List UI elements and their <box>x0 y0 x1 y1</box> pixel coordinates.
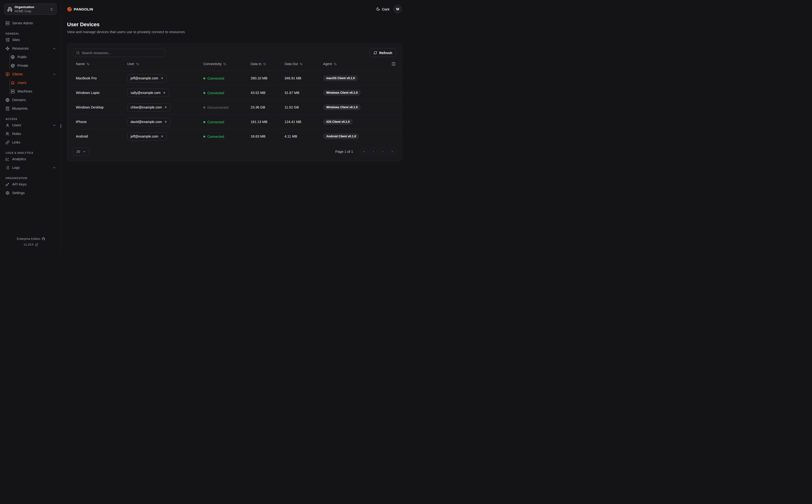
sidebar-item-roles[interactable]: Roles <box>4 129 57 138</box>
status-label: Connected <box>208 120 224 124</box>
sidebar-item-label: Sites <box>12 38 20 42</box>
sidebar-item-label: Domains <box>12 98 26 102</box>
brand[interactable]: PANGOLIN <box>67 7 93 12</box>
chevron-right-icon <box>381 150 385 153</box>
last-page-button[interactable] <box>389 148 396 155</box>
sidebar-item-label: Links <box>12 140 20 144</box>
user-link-button[interactable]: sally@example.com <box>127 89 169 97</box>
org-selector[interactable]: Organization ACME Corp. <box>4 4 57 15</box>
moon-icon <box>376 7 380 11</box>
chevrons-right-icon <box>391 150 394 153</box>
user-link-button[interactable]: chloe@example.com <box>127 103 170 112</box>
column-header-data-out[interactable]: Data Out <box>282 62 320 66</box>
search-input[interactable] <box>82 51 162 55</box>
user-email: jeff@example.com <box>130 76 158 80</box>
sidebar-item-public[interactable]: Public <box>4 53 57 61</box>
status-dot <box>204 121 205 123</box>
avatar[interactable]: M <box>393 5 402 13</box>
section-label-organization: ORGANIZATION <box>4 177 57 180</box>
sidebar-item-clients[interactable]: Clients <box>4 70 57 78</box>
sidebar-item-logs[interactable]: Logs <box>4 163 57 172</box>
column-label: Agent <box>323 62 332 66</box>
previous-page-button[interactable] <box>370 148 377 155</box>
sidebar-item-resources[interactable]: Resources <box>4 44 57 53</box>
edition-label: Enterprise Edition <box>17 237 40 241</box>
agent-badge: iOS Client v0.1.0 <box>323 119 353 125</box>
sort-icon <box>86 62 89 66</box>
main-content: PANGOLIN Dark M User Devices View and ma… <box>61 0 406 252</box>
status-dot <box>204 77 205 79</box>
page-title: User Devices <box>67 21 402 28</box>
sidebar-item-clients-users[interactable]: Users <box>4 78 57 87</box>
user-link-button[interactable]: jeff@example.com <box>127 74 167 82</box>
data-in-value: 23.36 GB <box>248 105 282 109</box>
version-line[interactable]: v1.13.0 <box>24 243 38 246</box>
data-out-value: 124.41 MB <box>282 120 320 124</box>
chevron-down-icon <box>52 123 56 127</box>
sort-icon <box>223 62 226 66</box>
data-in-value: 181.13 MB <box>248 120 282 124</box>
sort-icon <box>334 62 337 66</box>
next-page-button[interactable] <box>379 148 386 155</box>
theme-toggle[interactable]: Dark <box>376 7 390 11</box>
sidebar-item-label: Blueprints <box>12 107 27 110</box>
receipt-icon <box>5 107 10 111</box>
sidebar-item-private[interactable]: Private <box>4 61 57 70</box>
sidebar-item-analytics[interactable]: Analytics <box>4 155 57 163</box>
status-badge: Connected <box>204 120 224 124</box>
column-header-user[interactable]: User <box>124 62 200 66</box>
column-header-agent[interactable]: Agent <box>320 62 396 66</box>
sidebar-item-label: Logs <box>12 166 20 170</box>
sidebar-item-users[interactable]: Users <box>4 121 57 129</box>
page-size-select[interactable]: 20 <box>73 147 89 156</box>
sort-icon <box>300 62 303 66</box>
chevron-left-icon <box>372 150 375 153</box>
chevron-down-icon <box>83 150 86 153</box>
status-badge: Connected <box>204 91 224 95</box>
column-header-data-in[interactable]: Data In <box>248 62 282 66</box>
column-label: Data Out <box>285 62 298 66</box>
arrow-up-right-icon <box>164 120 167 123</box>
device-name: Android <box>73 134 124 138</box>
sidebar-item-label: Settings <box>12 191 25 195</box>
sidebar-item-api-keys[interactable]: API Keys <box>4 180 57 189</box>
sidebar-item-sites[interactable]: Sites <box>4 36 57 44</box>
data-in-value: 18.63 MB <box>248 134 282 138</box>
resources-subtree: Public Private <box>4 53 57 70</box>
sort-icon <box>136 62 139 66</box>
refresh-label: Refresh <box>379 51 392 55</box>
sidebar-item-links[interactable]: Links <box>4 138 57 147</box>
sidebar-resize-handle[interactable] <box>60 124 61 128</box>
data-out-value: 31.67 MB <box>282 91 320 95</box>
user-link-button[interactable]: jeff@example.com <box>127 132 167 141</box>
sidebar-item-settings[interactable]: Settings <box>4 189 57 197</box>
sidebar-item-domains[interactable]: Domains <box>4 96 57 104</box>
first-page-button[interactable] <box>360 148 367 155</box>
sidebar-item-server-admin[interactable]: Server Admin <box>4 19 57 27</box>
column-visibility-button[interactable] <box>392 62 396 66</box>
data-out-value: 11.52 GB <box>282 105 320 109</box>
search-icon <box>76 51 80 55</box>
sidebar-item-machines[interactable]: Machines <box>4 87 57 96</box>
edition-line[interactable]: Enterprise Edition <box>17 237 45 241</box>
column-label: Data In <box>251 62 261 66</box>
sidebar-item-label: Private <box>17 64 28 67</box>
agent-badge: Windows Client v0.1.0 <box>323 90 361 96</box>
refresh-button[interactable]: Refresh <box>370 49 396 57</box>
data-out-value: 346.91 MB <box>282 76 320 80</box>
arrow-up-right-icon <box>160 135 163 138</box>
sidebar-item-label: Resources <box>12 46 29 50</box>
user-link-button[interactable]: david@example.com <box>127 118 170 126</box>
server-icon <box>11 89 15 93</box>
globe-lock-icon <box>11 64 15 68</box>
section-label-general: GENERAL <box>4 32 57 35</box>
sidebar-item-label: Server Admin <box>12 21 33 25</box>
pangolin-logo-icon <box>67 7 72 12</box>
monitor-up-icon <box>5 72 10 76</box>
sidebar-item-label: Roles <box>12 132 21 136</box>
waypoints-icon <box>5 46 10 51</box>
column-header-connectivity[interactable]: Connectivity <box>200 62 248 66</box>
sidebar-item-blueprints[interactable]: Blueprints <box>4 104 57 113</box>
chevrons-left-icon <box>362 150 365 153</box>
column-header-name[interactable]: Name <box>73 62 124 66</box>
